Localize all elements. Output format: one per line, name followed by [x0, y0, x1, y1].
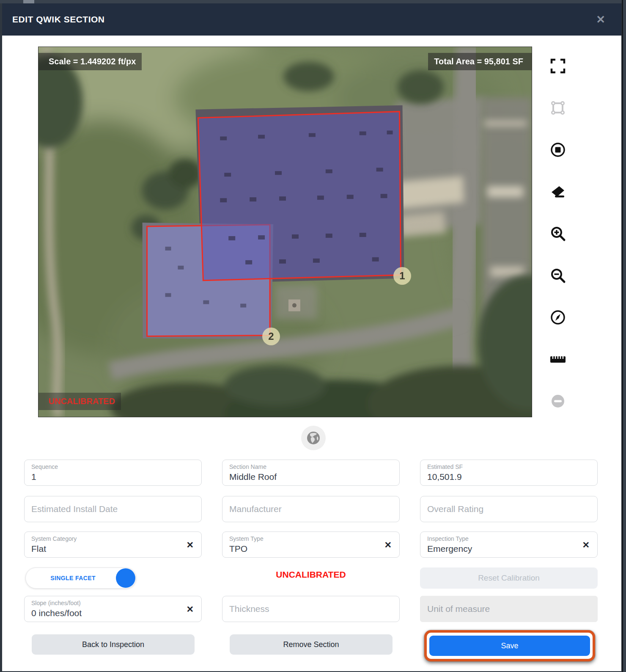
slope-field[interactable]: Slope (inches/foot) 0 inches/foot ✕ [24, 596, 202, 622]
estimated-sf-label: Estimated SF [427, 463, 590, 470]
zoom-in-icon [550, 226, 566, 242]
fullscreen-icon [550, 58, 566, 74]
slope-value: 0 inches/foot [31, 607, 195, 619]
thickness-input[interactable] [222, 596, 399, 622]
system-category-label: System Category [31, 535, 195, 542]
inspection-type-value: Emergency [427, 543, 590, 555]
edit-qwik-section-modal: EDIT QWIK SECTION ✕ [2, 3, 621, 671]
aerial-map[interactable]: Scale = 1.449202 ft/px Total Area = 95,8… [38, 47, 532, 417]
section-name-field[interactable]: Section Name Middle Roof [222, 460, 400, 486]
overall-rating-field[interactable] [420, 496, 598, 522]
sequence-value: 1 [31, 471, 195, 483]
unit-of-measure-input[interactable] [420, 596, 597, 622]
modal-header: EDIT QWIK SECTION ✕ [2, 3, 621, 36]
back-to-inspection-button[interactable]: Back to Inspection [32, 634, 195, 655]
single-facet-toggle[interactable]: SINGLE FACET [25, 567, 136, 589]
section-name-label: Section Name [229, 463, 393, 470]
manufacturer-field[interactable] [222, 496, 400, 522]
zoom-in-tool-button[interactable] [549, 225, 566, 242]
page: EDIT QWIK SECTION ✕ [0, 0, 626, 672]
stop-draw-icon [550, 142, 566, 158]
window-top-strip [0, 0, 626, 3]
system-type-value: TPO [229, 543, 393, 555]
globe-basemap-button[interactable] [301, 426, 326, 450]
reset-calibration-button[interactable]: Reset Calibration [420, 567, 598, 589]
save-highlight-annotation: Save [424, 630, 595, 661]
sequence-label: Sequence [31, 463, 195, 470]
polygon-vertices-tool-button[interactable] [549, 99, 566, 116]
eraser-icon [550, 184, 566, 200]
clear-system-category-icon[interactable]: ✕ [186, 540, 194, 549]
scale-readout: Scale = 1.449202 ft/px [38, 53, 142, 70]
overall-rating-input[interactable] [420, 496, 597, 522]
section-name-value: Middle Roof [229, 471, 393, 483]
remove-vertex-tool-button[interactable] [549, 393, 566, 410]
single-facet-label: SINGLE FACET [26, 575, 116, 581]
polygon-vertices-icon [550, 100, 566, 116]
map-toolbar [545, 58, 571, 410]
estimated-install-date-field[interactable] [24, 496, 202, 522]
manufacturer-input[interactable] [222, 496, 399, 522]
globe-icon [306, 430, 321, 446]
clear-inspection-type-icon[interactable]: ✕ [582, 540, 590, 549]
eraser-tool-button[interactable] [549, 183, 566, 200]
remove-vertex-icon [550, 393, 566, 409]
aerial-map-image [38, 47, 532, 417]
estimated-sf-value: 10,501.9 [427, 471, 590, 483]
system-category-value: Flat [31, 543, 195, 555]
estimated-install-date-input[interactable] [25, 496, 201, 522]
remove-section-button[interactable]: Remove Section [230, 634, 393, 655]
system-type-label: System Type [229, 535, 393, 542]
close-icon[interactable]: ✕ [596, 14, 605, 25]
estimated-sf-field[interactable]: Estimated SF 10,501.9 [420, 460, 598, 486]
unit-of-measure-field[interactable] [420, 596, 598, 622]
slope-label: Slope (inches/foot) [31, 600, 195, 606]
inspection-type-label: Inspection Type [427, 535, 590, 542]
section-marker-2[interactable]: 2 [262, 328, 280, 345]
clear-slope-icon[interactable]: ✕ [186, 605, 194, 614]
modal-title: EDIT QWIK SECTION [12, 14, 105, 25]
ruler-icon [549, 351, 566, 367]
section-marker-1[interactable]: 1 [393, 267, 411, 285]
stop-draw-tool-button[interactable] [549, 141, 566, 158]
compass-tool-button[interactable] [549, 309, 566, 326]
system-type-field[interactable]: System Type TPO ✕ [222, 532, 400, 558]
map-uncalibrated-badge: UNCALIBRATED [38, 393, 121, 410]
form-uncalibrated-text: UNCALIBRATED [222, 570, 400, 580]
toggle-knob[interactable] [116, 568, 135, 588]
sequence-field[interactable]: Sequence 1 [24, 460, 202, 486]
compass-icon [550, 309, 566, 325]
clear-system-type-icon[interactable]: ✕ [384, 540, 392, 549]
save-button[interactable]: Save [429, 636, 590, 656]
inspection-type-field[interactable]: Inspection Type Emergency ✕ [420, 532, 598, 558]
ruler-tool-button[interactable] [549, 351, 566, 368]
thickness-field[interactable] [222, 596, 400, 622]
system-category-field[interactable]: System Category Flat ✕ [24, 532, 202, 558]
window-right-edge [622, 0, 626, 672]
total-area-readout: Total Area = 95,801 SF [428, 53, 532, 70]
zoom-out-icon [550, 267, 566, 284]
fullscreen-tool-button[interactable] [549, 58, 566, 74]
zoom-out-tool-button[interactable] [549, 267, 566, 284]
